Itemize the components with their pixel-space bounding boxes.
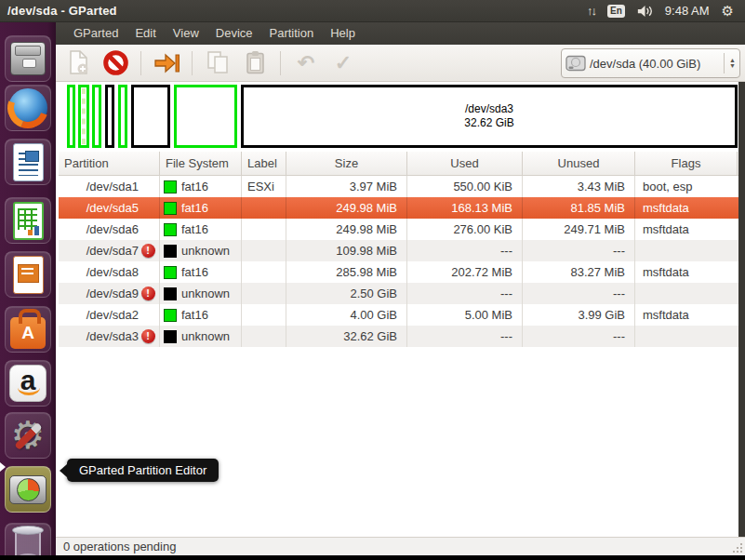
copy-button[interactable] — [203, 48, 233, 78]
table-row-sda9[interactable]: /dev/sda9!unknown2.50 GiB------ — [59, 283, 738, 304]
launcher-item-settings[interactable] — [5, 412, 51, 459]
cell-flags — [635, 240, 738, 261]
disk-segment-sda9[interactable] — [131, 85, 170, 148]
column-header-label: Label — [242, 152, 286, 175]
cell-flags — [635, 326, 738, 347]
warning-slot: ! — [139, 244, 157, 258]
menubar: GPartedEditViewDevicePartitionHelp — [56, 22, 745, 45]
cell-partition: /dev/sda6 — [59, 219, 160, 240]
warning-icon: ! — [141, 329, 155, 343]
launcher-item-gparted[interactable] — [5, 466, 51, 513]
resize-grip[interactable] — [733, 543, 742, 553]
settings-icon — [7, 415, 48, 456]
menu-gparted[interactable]: GParted — [65, 22, 126, 45]
cell-filesystem: fat16 — [160, 261, 242, 283]
impress-icon — [13, 256, 44, 294]
cell-unused: --- — [523, 326, 635, 347]
launcher-item-trash[interactable] — [5, 523, 51, 560]
system-tray: ↑↓ En 9:48 AM ⚙ — [587, 4, 745, 19]
disk-visual-bar: /dev/sda332.62 GiB — [56, 82, 745, 152]
table-row-sda1[interactable]: /dev/sda1fat16ESXi3.97 MiB550.00 KiB3.43… — [59, 176, 738, 197]
cell-used: 202.72 MiB — [407, 261, 523, 283]
filesystem-color-swatch — [164, 245, 177, 258]
files-icon — [10, 42, 46, 75]
cell-flags: msftdata — [635, 304, 738, 326]
menu-device[interactable]: Device — [207, 22, 261, 45]
cell-filesystem: unknown — [160, 240, 242, 261]
apply-button[interactable]: ✓ — [328, 48, 358, 78]
keyboard-layout-indicator[interactable]: En — [607, 5, 625, 18]
clock[interactable]: 9:48 AM — [665, 4, 710, 18]
column-header-size: Size — [286, 152, 407, 175]
warning-slot: ! — [139, 329, 157, 343]
cell-size: 2.50 GiB — [286, 283, 407, 304]
cell-filesystem: fat16 — [160, 304, 242, 326]
unity-launcher — [0, 22, 56, 555]
toolbar-separator — [280, 51, 281, 75]
cell-flags — [635, 283, 738, 304]
cell-size: 249.98 MiB — [286, 219, 407, 240]
menu-partition[interactable]: Partition — [261, 22, 323, 45]
launcher-item-files[interactable] — [5, 35, 51, 82]
cell-label — [242, 326, 286, 347]
launcher-item-firefox[interactable] — [5, 85, 51, 131]
disk-segment-sda8[interactable] — [118, 85, 127, 148]
session-gear-icon[interactable]: ⚙ — [722, 4, 734, 18]
table-row-sda6[interactable]: /dev/sda6fat16249.98 MiB276.00 KiB249.71… — [59, 219, 738, 240]
warning-icon: ! — [141, 244, 155, 258]
device-selector[interactable]: /dev/sda (40.00 GiB) ▲▼ — [561, 48, 740, 78]
network-indicator-icon[interactable]: ↑↓ — [587, 4, 595, 18]
cell-label — [242, 240, 286, 261]
filesystem-color-swatch — [164, 223, 177, 236]
cell-unused: --- — [523, 283, 635, 304]
cell-unused: 81.85 MiB — [523, 197, 635, 219]
disk-segment-sda6[interactable] — [92, 85, 101, 148]
delete-partition-button[interactable] — [100, 48, 130, 78]
cell-size: 3.97 MiB — [286, 176, 407, 197]
menu-view[interactable]: View — [165, 22, 207, 45]
cell-label — [242, 283, 286, 304]
gparted-icon — [9, 475, 47, 504]
top-panel: /dev/sda - GParted ↑↓ En 9:48 AM ⚙ — [0, 0, 745, 22]
table-row-sda5[interactable]: /dev/sda5fat16249.98 MiB168.13 MiB81.85 … — [59, 197, 738, 219]
menu-help[interactable]: Help — [322, 22, 364, 45]
new-partition-button[interactable] — [63, 48, 93, 78]
paste-button[interactable] — [240, 48, 270, 78]
cell-partition: /dev/sda2 — [59, 304, 160, 326]
filesystem-color-swatch — [164, 309, 177, 322]
cell-size: 249.98 MiB — [286, 197, 407, 219]
launcher-item-writer[interactable] — [5, 139, 51, 185]
cell-label — [242, 261, 286, 283]
disk-segment-sda5[interactable] — [78, 85, 89, 148]
disk-segment-sda2[interactable] — [174, 85, 237, 148]
launcher-item-calc[interactable] — [5, 197, 51, 244]
cell-size: 4.00 GiB — [286, 304, 407, 326]
running-app-indicator — [0, 462, 6, 472]
disk-segment-sda7[interactable] — [105, 85, 114, 148]
cell-unused: 3.43 MiB — [523, 176, 635, 197]
filesystem-color-swatch — [164, 266, 177, 279]
volume-icon[interactable] — [637, 4, 653, 19]
table-row-sda2[interactable]: /dev/sda2fat164.00 GiB5.00 MiB3.99 GiBms… — [59, 304, 738, 326]
cell-used: --- — [407, 240, 523, 261]
cell-filesystem: fat16 — [160, 219, 242, 240]
table-row-sda3[interactable]: /dev/sda3!unknown32.62 GiB------ — [59, 326, 738, 347]
launcher-item-amazon[interactable] — [5, 360, 51, 407]
resize-move-button[interactable] — [152, 48, 181, 78]
table-row-sda8[interactable]: /dev/sda8fat16285.98 MiB202.72 MiB83.27 … — [59, 261, 738, 283]
cell-partition: /dev/sda8 — [59, 261, 160, 283]
launcher-item-impress[interactable] — [5, 251, 51, 298]
cell-used: 168.13 MiB — [407, 197, 523, 219]
cell-partition: /dev/sda1 — [59, 176, 160, 197]
disk-segment-sda3[interactable]: /dev/sda332.62 GiB — [241, 85, 738, 148]
spinner-arrows-icon[interactable]: ▲▼ — [724, 53, 736, 73]
status-bar: 0 operations pending — [56, 537, 745, 555]
cell-size: 32.62 GiB — [286, 326, 407, 347]
launcher-item-software[interactable] — [5, 306, 51, 353]
warning-icon: ! — [141, 287, 155, 300]
toolbar-separator — [140, 51, 141, 75]
menu-edit[interactable]: Edit — [126, 22, 164, 45]
table-row-sda7[interactable]: /dev/sda7!unknown109.98 MiB------ — [59, 240, 738, 261]
disk-segment-sda1[interactable] — [67, 85, 75, 148]
undo-button[interactable]: ↶ — [291, 48, 321, 78]
